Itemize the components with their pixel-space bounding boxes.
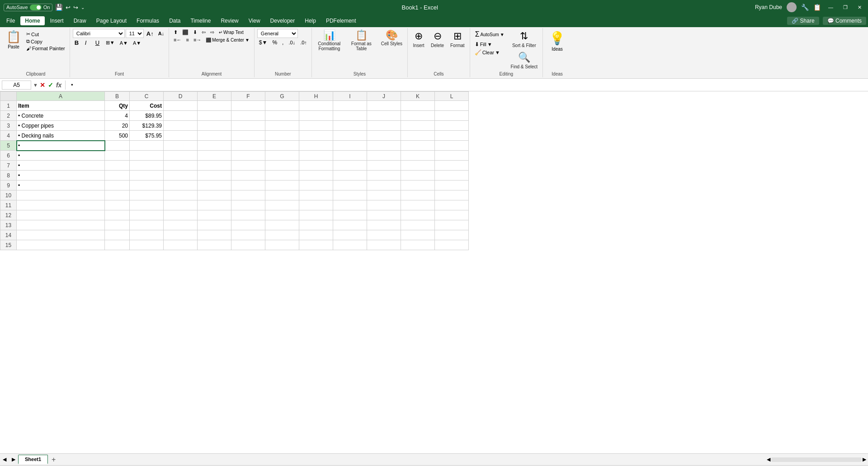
list-item[interactable]: [198, 230, 231, 240]
list-item[interactable]: [401, 230, 435, 240]
list-item[interactable]: [333, 200, 367, 210]
list-item[interactable]: [333, 181, 367, 190]
list-item[interactable]: [299, 141, 333, 151]
list-item[interactable]: [265, 131, 299, 141]
save-icon[interactable]: 💾: [55, 4, 63, 11]
list-item[interactable]: [299, 131, 333, 141]
list-item[interactable]: [367, 101, 401, 111]
list-item[interactable]: [265, 171, 299, 181]
undo-icon[interactable]: ↩: [66, 4, 71, 11]
list-item[interactable]: [299, 240, 333, 250]
list-item[interactable]: [367, 121, 401, 131]
indent-decrease-button[interactable]: ⇦: [200, 29, 208, 36]
list-item[interactable]: [130, 230, 164, 240]
row-header-9[interactable]: 9: [0, 181, 17, 190]
list-item[interactable]: [105, 230, 130, 240]
list-item[interactable]: • Decking nails: [17, 131, 105, 141]
list-item[interactable]: [130, 161, 164, 171]
col-header-F[interactable]: F: [231, 92, 265, 101]
list-item[interactable]: [164, 161, 198, 171]
align-left-button[interactable]: ≡←: [172, 37, 183, 43]
sheet-tab-sheet1[interactable]: Sheet1: [18, 455, 48, 464]
list-item[interactable]: [299, 101, 333, 111]
list-item[interactable]: 500: [105, 131, 130, 141]
decrease-decimal-button[interactable]: .0↓: [287, 39, 297, 46]
row-header-11[interactable]: 11: [0, 200, 17, 210]
cut-button[interactable]: ✂ Cut: [24, 31, 67, 38]
align-top-button[interactable]: ⬆: [172, 29, 179, 36]
list-item[interactable]: [105, 141, 130, 151]
insert-button[interactable]: ⊕ Insert: [410, 29, 427, 49]
list-item[interactable]: [231, 121, 265, 131]
list-item[interactable]: [435, 220, 469, 230]
close-btn[interactable]: ✕: [855, 4, 864, 11]
align-middle-button[interactable]: ⬛: [180, 29, 190, 36]
menu-insert[interactable]: Insert: [46, 16, 68, 25]
list-item[interactable]: [164, 151, 198, 161]
border-button[interactable]: ⊞▼: [104, 39, 117, 46]
restore-btn[interactable]: ❐: [840, 4, 850, 11]
list-item[interactable]: [265, 151, 299, 161]
list-item[interactable]: [130, 190, 164, 200]
list-item[interactable]: [231, 161, 265, 171]
align-center-button[interactable]: ≡: [184, 37, 191, 43]
list-item[interactable]: [17, 190, 105, 200]
list-item[interactable]: 20: [105, 121, 130, 131]
find-select-button[interactable]: 🔍 Find & Select: [509, 50, 540, 71]
list-item[interactable]: Qty: [105, 101, 130, 111]
list-item[interactable]: [435, 111, 469, 121]
list-item[interactable]: [435, 171, 469, 181]
list-item[interactable]: [299, 220, 333, 230]
format-painter-button[interactable]: 🖌 Format Painter: [24, 45, 67, 52]
list-item[interactable]: [265, 101, 299, 111]
row-header-10[interactable]: 10: [0, 190, 17, 200]
scroll-right-icon[interactable]: ▶: [9, 456, 18, 463]
list-item[interactable]: [333, 111, 367, 121]
list-item[interactable]: [265, 121, 299, 131]
autosave-toggle[interactable]: [30, 5, 42, 10]
list-item[interactable]: [401, 181, 435, 190]
list-item[interactable]: [435, 161, 469, 171]
row-header-12[interactable]: 12: [0, 210, 17, 220]
list-item[interactable]: [105, 151, 130, 161]
list-item[interactable]: [265, 230, 299, 240]
list-item[interactable]: [231, 171, 265, 181]
align-right-button[interactable]: ≡→: [192, 37, 203, 43]
list-item[interactable]: [105, 220, 130, 230]
list-item[interactable]: [435, 131, 469, 141]
list-item[interactable]: [198, 240, 231, 250]
ideas-button[interactable]: 💡 Ideas: [546, 29, 569, 53]
list-item[interactable]: [265, 200, 299, 210]
decrease-font-button[interactable]: A↓: [156, 30, 166, 37]
menu-timeline[interactable]: Timeline: [186, 16, 215, 25]
list-item[interactable]: [299, 190, 333, 200]
scroll-left-icon[interactable]: ◀: [0, 456, 9, 463]
col-header-C[interactable]: C: [130, 92, 164, 101]
conditional-formatting-button[interactable]: 📊 Conditional Formatting: [315, 29, 344, 52]
list-item[interactable]: [401, 101, 435, 111]
menu-view[interactable]: View: [244, 16, 265, 25]
menu-data[interactable]: Data: [165, 16, 185, 25]
list-item[interactable]: [367, 190, 401, 200]
user-avatar[interactable]: [787, 2, 797, 12]
col-header-K[interactable]: K: [401, 92, 435, 101]
list-item[interactable]: [164, 190, 198, 200]
list-item[interactable]: $89.95: [130, 111, 164, 121]
list-item[interactable]: •: [17, 161, 105, 171]
list-item[interactable]: [130, 181, 164, 190]
list-item[interactable]: [130, 210, 164, 220]
list-item[interactable]: [265, 220, 299, 230]
list-item[interactable]: [367, 111, 401, 121]
list-item[interactable]: [164, 141, 198, 151]
list-item[interactable]: [130, 151, 164, 161]
formula-fx-icon[interactable]: fx: [56, 81, 61, 89]
list-item[interactable]: [105, 190, 130, 200]
list-item[interactable]: [265, 141, 299, 151]
list-item[interactable]: [299, 230, 333, 240]
list-item[interactable]: [299, 121, 333, 131]
autosave-badge[interactable]: AutoSave On: [4, 4, 52, 11]
list-item[interactable]: [198, 141, 231, 151]
list-item[interactable]: [198, 151, 231, 161]
list-item[interactable]: [401, 240, 435, 250]
list-item[interactable]: [198, 101, 231, 111]
